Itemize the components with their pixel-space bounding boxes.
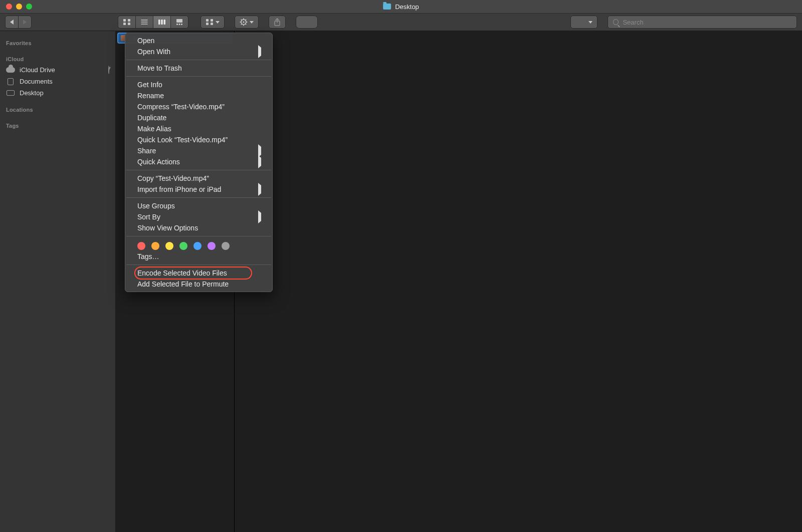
main-area: Favorites iCloud iCloud Drive Documents … — [0, 31, 802, 532]
svg-rect-12 — [179, 24, 180, 25]
menu-item-add-selected-file-to-permute[interactable]: Add Selected File to Permute — [125, 279, 272, 290]
menu-item-move-to-trash[interactable]: Move to Trash — [125, 63, 272, 74]
menu-item-quick-look-test-video-mp4[interactable]: Quick Look “Test-Video.mp4” — [125, 134, 272, 145]
menu-item-tags[interactable]: Tags… — [125, 251, 272, 262]
sidebar-header-tags: Tags — [0, 120, 115, 131]
sidebar-item-label: iCloud Drive — [20, 66, 55, 74]
menu-item-duplicate[interactable]: Duplicate — [125, 112, 272, 123]
gallery-icon — [175, 19, 183, 26]
menu-item-get-info[interactable]: Get Info — [125, 79, 272, 90]
tag-color-dot[interactable] — [193, 242, 202, 250]
menu-item-show-view-options[interactable]: Show View Options — [125, 222, 272, 233]
menu-item-label: Tags… — [137, 252, 159, 260]
minimize-window-button[interactable] — [16, 4, 22, 10]
svg-rect-11 — [176, 24, 178, 25]
path-dropdown[interactable] — [570, 16, 597, 29]
menu-item-share[interactable]: Share — [125, 145, 272, 156]
menu-separator — [126, 197, 271, 198]
sidebar-item-label: Desktop — [20, 89, 44, 97]
menu-item-label: Show View Options — [137, 224, 198, 232]
tags-button[interactable] — [296, 16, 318, 29]
menu-separator — [126, 236, 271, 236]
view-mode-buttons — [118, 16, 188, 29]
share-button[interactable] — [269, 16, 286, 29]
svg-rect-1 — [128, 19, 130, 22]
menu-item-sort-by[interactable]: Sort By — [125, 211, 272, 222]
grid-icon — [123, 19, 131, 26]
menu-item-label: Encode Selected Video Files — [137, 269, 227, 277]
svg-rect-17 — [211, 23, 213, 25]
submenu-arrow-icon — [258, 45, 261, 58]
tag-color-dot[interactable] — [137, 242, 145, 250]
gear-icon — [240, 18, 248, 26]
chevron-down-icon — [216, 21, 220, 24]
list-view-button[interactable] — [136, 16, 153, 28]
back-button[interactable] — [6, 16, 19, 28]
tag-color-dot[interactable] — [222, 242, 230, 250]
icon-view-button[interactable] — [118, 16, 136, 28]
sidebar-item-label: Documents — [20, 78, 53, 85]
svg-rect-7 — [158, 20, 160, 25]
menu-item-import-from-iphone-or-ipad[interactable]: Import from iPhone or iPad — [125, 184, 272, 195]
svg-line-24 — [241, 20, 242, 21]
folder-icon — [383, 4, 391, 10]
forward-button[interactable] — [19, 16, 31, 28]
tag-color-dot[interactable] — [151, 242, 159, 250]
titlebar: Desktop — [0, 0, 802, 14]
menu-item-quick-actions[interactable]: Quick Actions — [125, 156, 272, 167]
group-by-button[interactable] — [200, 16, 225, 29]
columns-icon — [158, 19, 166, 26]
svg-point-19 — [243, 21, 244, 23]
close-window-button[interactable] — [6, 4, 12, 10]
svg-rect-10 — [176, 19, 182, 23]
svg-line-27 — [246, 20, 247, 21]
svg-rect-8 — [161, 20, 163, 25]
menu-item-compress-test-video-mp4[interactable]: Compress “Test-Video.mp4” — [125, 101, 272, 112]
column-view-button[interactable] — [153, 16, 171, 28]
nav-buttons — [5, 16, 32, 29]
menu-item-encode-selected-video-files[interactable]: Encode Selected Video Files — [125, 268, 272, 279]
desktop-icon — [7, 90, 15, 96]
sidebar-item-documents[interactable]: Documents — [0, 76, 115, 87]
zoom-window-button[interactable] — [26, 4, 32, 10]
search-field[interactable] — [608, 16, 797, 29]
context-menu: OpenOpen WithMove to TrashGet InfoRename… — [125, 33, 273, 292]
action-button[interactable] — [235, 16, 259, 29]
menu-item-rename[interactable]: Rename — [125, 90, 272, 101]
preview-column — [235, 31, 802, 532]
sidebar-header-locations: Locations — [0, 104, 115, 115]
tag-color-dot[interactable] — [165, 242, 173, 250]
cloud-icon — [6, 67, 15, 73]
menu-item-open-with[interactable]: Open With — [125, 46, 272, 57]
menu-item-label: Open With — [137, 48, 170, 56]
search-input[interactable] — [623, 19, 791, 26]
menu-item-label: Quick Actions — [137, 158, 180, 166]
tag-color-dot[interactable] — [208, 242, 216, 250]
menu-item-open[interactable]: Open — [125, 35, 272, 46]
svg-rect-13 — [181, 24, 182, 25]
toolbar — [0, 14, 802, 31]
menu-item-label: Add Selected File to Permute — [137, 280, 229, 288]
submenu-arrow-icon — [258, 210, 261, 223]
menu-separator — [126, 76, 271, 77]
menu-separator — [126, 60, 271, 60]
gallery-view-button[interactable] — [171, 16, 188, 28]
menu-item-label: Make Alias — [137, 125, 171, 133]
grid-small-icon — [206, 19, 214, 26]
menu-item-label: Sort By — [137, 213, 160, 221]
menu-item-make-alias[interactable]: Make Alias — [125, 123, 272, 134]
chevron-down-icon — [588, 21, 592, 24]
tag-color-dot[interactable] — [179, 242, 187, 250]
submenu-arrow-icon — [258, 183, 261, 196]
menu-item-label: Get Info — [137, 81, 162, 89]
sidebar-item-icloud-drive[interactable]: iCloud Drive — [0, 64, 115, 76]
window-controls — [0, 4, 32, 10]
menu-item-label: Quick Look “Test-Video.mp4” — [137, 136, 228, 144]
sidebar-item-desktop[interactable]: Desktop — [0, 87, 115, 99]
menu-item-label: Open — [137, 37, 154, 45]
svg-rect-16 — [206, 23, 209, 25]
chevron-down-icon — [250, 21, 254, 24]
menu-item-label: Share — [137, 147, 156, 155]
menu-item-copy-test-video-mp4[interactable]: Copy “Test-Video.mp4” — [125, 173, 272, 184]
menu-item-use-groups[interactable]: Use Groups — [125, 200, 272, 211]
